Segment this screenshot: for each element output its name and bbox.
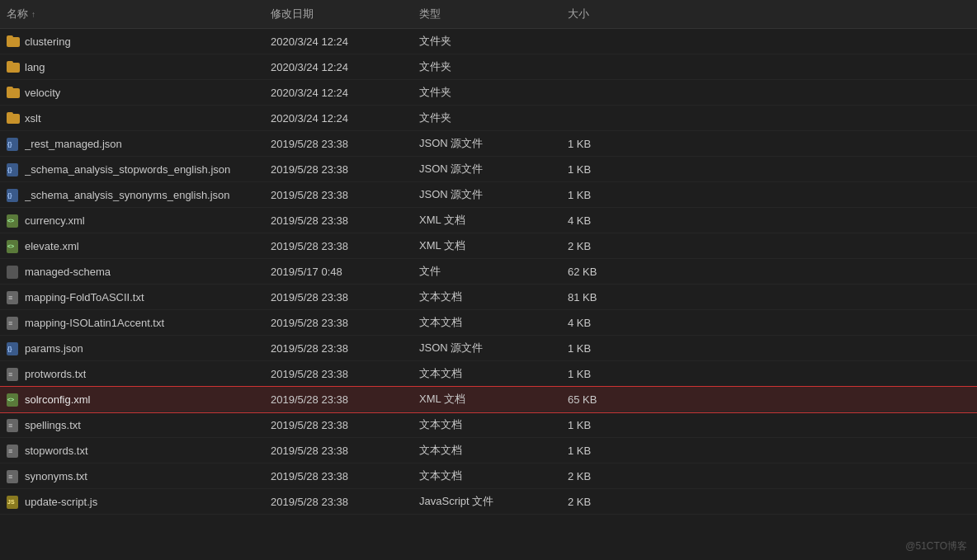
file-name: solrconfig.xml bbox=[25, 393, 90, 406]
table-row[interactable]: elevate.xml 2019/5/28 23:38 XML 文档 2 KB bbox=[0, 233, 977, 259]
file-size: 4 KB bbox=[561, 313, 644, 332]
file-name-cell: _rest_managed.json bbox=[0, 134, 264, 153]
file-type: 文本文档 bbox=[413, 287, 561, 307]
table-row[interactable]: update-script.js 2019/5/28 23:38 JavaScr… bbox=[0, 489, 977, 515]
watermark: @51CTO博客 bbox=[905, 539, 967, 553]
xml-icon bbox=[7, 240, 20, 252]
file-type: JavaScript 文件 bbox=[413, 492, 561, 511]
file-size: 1 KB bbox=[561, 134, 644, 153]
table-row[interactable]: spellings.txt 2019/5/28 23:38 文本文档 1 KB bbox=[0, 412, 977, 438]
file-type: 文件夹 bbox=[413, 82, 561, 102]
table-row[interactable]: managed-schema 2019/5/17 0:48 文件 62 KB bbox=[0, 259, 977, 285]
header-name[interactable]: 名称 ↑ bbox=[0, 3, 264, 25]
file-size: 1 KB bbox=[561, 440, 644, 460]
file-name: _schema_analysis_stopwords_english.json bbox=[25, 163, 230, 176]
file-name-cell: protwords.txt bbox=[0, 364, 264, 384]
file-size: 1 KB bbox=[561, 364, 644, 384]
file-name-cell: xslt bbox=[0, 108, 264, 128]
file-size: 62 KB bbox=[561, 261, 644, 281]
file-modified: 2019/5/28 23:38 bbox=[264, 466, 413, 486]
file-modified: 2020/3/24 12:24 bbox=[264, 108, 413, 128]
folder-icon bbox=[7, 112, 20, 124]
file-type: 文件夹 bbox=[413, 108, 561, 128]
file-name-cell: params.json bbox=[0, 338, 264, 358]
file-size bbox=[561, 82, 644, 102]
file-size bbox=[561, 31, 644, 51]
file-name-cell: mapping-ISOLatin1Accent.txt bbox=[0, 313, 264, 332]
file-name: velocity bbox=[25, 87, 60, 99]
txt-icon bbox=[7, 317, 20, 328]
file-size bbox=[561, 108, 644, 128]
table-row[interactable]: stopwords.txt 2019/5/28 23:38 文本文档 1 KB bbox=[0, 438, 977, 464]
file-size: 2 KB bbox=[561, 466, 644, 486]
header-modified[interactable]: 修改日期 bbox=[264, 3, 413, 25]
file-type: 文件夹 bbox=[413, 57, 561, 77]
file-name-cell: velocity bbox=[0, 82, 264, 102]
table-row[interactable]: clustering 2020/3/24 12:24 文件夹 bbox=[0, 29, 977, 54]
file-type: 文件夹 bbox=[413, 31, 561, 51]
table-row[interactable]: params.json 2019/5/28 23:38 JSON 源文件 1 K… bbox=[0, 336, 977, 361]
header-size[interactable]: 大小 bbox=[561, 3, 644, 25]
file-name: xslt bbox=[25, 112, 41, 125]
json-icon bbox=[7, 138, 20, 149]
file-type: XML 文档 bbox=[413, 389, 561, 409]
table-row[interactable]: _rest_managed.json 2019/5/28 23:38 JSON … bbox=[0, 131, 977, 157]
file-size bbox=[561, 57, 644, 77]
table-row[interactable]: xslt 2020/3/24 12:24 文件夹 bbox=[0, 106, 977, 131]
file-icon bbox=[7, 266, 20, 277]
table-header: 名称 ↑ 修改日期 类型 大小 bbox=[0, 0, 977, 29]
file-modified: 2019/5/28 23:38 bbox=[264, 185, 413, 205]
table-row[interactable]: _schema_analysis_synonyms_english.json 2… bbox=[0, 182, 977, 208]
table-row[interactable]: synonyms.txt 2019/5/28 23:38 文本文档 2 KB bbox=[0, 464, 977, 489]
file-modified: 2019/5/28 23:38 bbox=[264, 134, 413, 153]
file-name-cell: clustering bbox=[0, 31, 264, 51]
file-type: 文本文档 bbox=[413, 440, 561, 460]
file-name-cell: spellings.txt bbox=[0, 415, 264, 435]
table-row[interactable]: _schema_analysis_stopwords_english.json … bbox=[0, 157, 977, 182]
sort-arrow-icon: ↑ bbox=[31, 10, 35, 19]
file-name: managed-schema bbox=[25, 266, 111, 278]
file-name-cell: mapping-FoldToASCII.txt bbox=[0, 287, 264, 307]
file-name-cell: lang bbox=[0, 57, 264, 77]
file-type: 文件 bbox=[413, 261, 561, 281]
file-modified: 2019/5/28 23:38 bbox=[264, 440, 413, 460]
file-size: 1 KB bbox=[561, 338, 644, 358]
file-size: 4 KB bbox=[561, 210, 644, 230]
file-name: currency.xml bbox=[25, 214, 85, 227]
txt-icon bbox=[7, 419, 20, 431]
table-row[interactable]: currency.xml 2019/5/28 23:38 XML 文档 4 KB bbox=[0, 208, 977, 233]
file-modified: 2019/5/28 23:38 bbox=[264, 338, 413, 358]
table-row[interactable]: mapping-ISOLatin1Accent.txt 2019/5/28 23… bbox=[0, 310, 977, 336]
file-size: 81 KB bbox=[561, 287, 644, 307]
file-modified: 2019/5/28 23:38 bbox=[264, 159, 413, 179]
file-name: spellings.txt bbox=[25, 419, 81, 431]
file-name-cell: stopwords.txt bbox=[0, 440, 264, 460]
file-modified: 2019/5/28 23:38 bbox=[264, 364, 413, 384]
file-type: 文本文档 bbox=[413, 415, 561, 435]
file-modified: 2019/5/28 23:38 bbox=[264, 313, 413, 332]
txt-icon bbox=[7, 291, 20, 303]
file-name: mapping-FoldToASCII.txt bbox=[25, 291, 144, 304]
file-modified: 2019/5/28 23:38 bbox=[264, 415, 413, 435]
json-icon bbox=[7, 342, 20, 354]
file-type: 文本文档 bbox=[413, 466, 561, 486]
file-name-cell: synonyms.txt bbox=[0, 466, 264, 486]
js-icon bbox=[7, 496, 20, 507]
file-modified: 2019/5/28 23:38 bbox=[264, 389, 413, 409]
file-type: 文本文档 bbox=[413, 313, 561, 332]
table-row[interactable]: lang 2020/3/24 12:24 文件夹 bbox=[0, 54, 977, 80]
table-row[interactable]: velocity 2020/3/24 12:24 文件夹 bbox=[0, 80, 977, 106]
file-name-cell: _schema_analysis_synonyms_english.json bbox=[0, 185, 264, 205]
file-size: 1 KB bbox=[561, 415, 644, 435]
file-name-cell: _schema_analysis_stopwords_english.json bbox=[0, 159, 264, 179]
table-row[interactable]: solrconfig.xml 2019/5/28 23:38 XML 文档 65… bbox=[0, 387, 977, 412]
file-name-cell: solrconfig.xml bbox=[0, 389, 264, 409]
header-type[interactable]: 类型 bbox=[413, 3, 561, 25]
txt-icon bbox=[7, 368, 20, 379]
folder-icon bbox=[7, 87, 20, 98]
table-row[interactable]: mapping-FoldToASCII.txt 2019/5/28 23:38 … bbox=[0, 285, 977, 310]
file-modified: 2019/5/17 0:48 bbox=[264, 261, 413, 281]
file-name-cell: elevate.xml bbox=[0, 236, 264, 256]
file-name: params.json bbox=[25, 342, 83, 355]
table-row[interactable]: protwords.txt 2019/5/28 23:38 文本文档 1 KB bbox=[0, 361, 977, 387]
